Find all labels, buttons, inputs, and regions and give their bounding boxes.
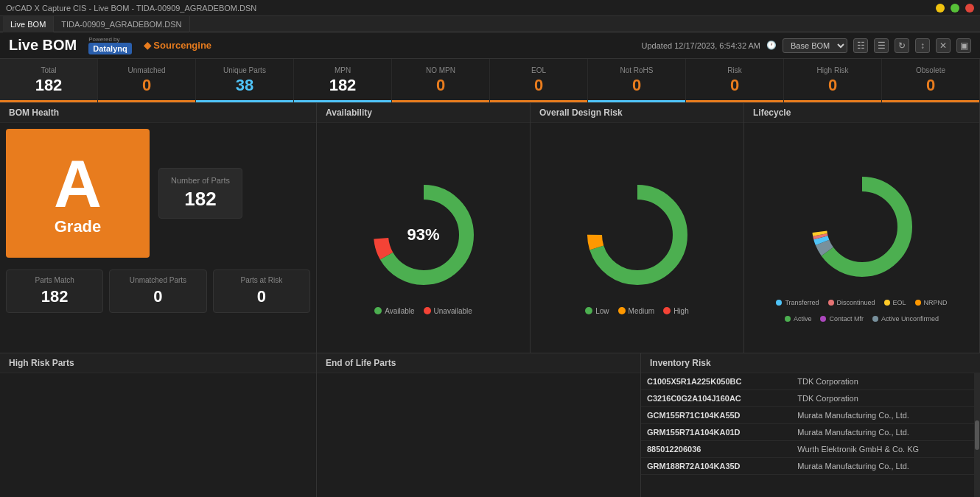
stat-value-3: 182 [329, 76, 357, 95]
table-row[interactable]: GRM155R71A104KA01DMurata Manufacturing C… [641, 424, 980, 441]
list-view-button[interactable]: ☰ [874, 38, 889, 53]
stat-item-no-mpn[interactable]: NO MPN0 [392, 59, 490, 102]
nrpnd-dot [915, 300, 921, 306]
stat-value-4: 0 [436, 76, 445, 95]
eol-panel: End of Life Parts [317, 353, 641, 497]
minimize-button[interactable] [936, 4, 945, 13]
table-row[interactable]: 885012206036Wurth Elektronik GmbH & Co. … [641, 441, 980, 458]
stat-item-not-rohs[interactable]: Not RoHS0 [588, 59, 686, 102]
legend-high: High [663, 307, 689, 315]
grade-row: A Grade Number of Parts 182 [6, 129, 310, 258]
parts-match-value: 182 [14, 287, 95, 306]
lifecycle-body: Transferred Discontinued EOL NRPND [744, 123, 979, 353]
legend-available: Available [374, 307, 414, 315]
parts-match-label: Parts Match [14, 276, 95, 284]
header-right: Updated 12/17/2023, 6:54:32 AM 🕐 Base BO… [642, 38, 971, 53]
mpn-cell: GCM155R71C104KA55D [641, 407, 791, 424]
datalynq-logo-area: Powered by Datalynq [88, 36, 131, 54]
manufacturer-cell: Murata Manufacturing Co., Ltd. [791, 407, 980, 424]
risk-body: Low Medium High [531, 123, 743, 353]
parts-at-risk-box: Parts at Risk 0 [213, 269, 310, 313]
manufacturer-cell: Murata Manufacturing Co., Ltd. [791, 424, 980, 441]
inventory-header: Inventory Risk [641, 353, 980, 373]
grid-view-button[interactable]: ☷ [853, 38, 868, 53]
parts-at-risk-label: Parts at Risk [221, 276, 302, 284]
eol-body [317, 373, 640, 497]
number-of-parts-label: Number of Parts [171, 176, 230, 185]
unmatched-parts-label: Unmatched Parts [117, 276, 198, 284]
number-of-parts-value: 182 [171, 188, 230, 211]
bottom-panels: High Risk Parts End of Life Parts Invent… [0, 353, 980, 497]
stat-label-7: Risk [727, 66, 741, 74]
high-risk-header: High Risk Parts [0, 353, 316, 373]
high-risk-panel: High Risk Parts [0, 353, 317, 497]
stat-value-8: 0 [828, 76, 837, 95]
stat-item-eol[interactable]: EOL0 [490, 59, 588, 102]
parts-count-box: Number of Parts 182 [158, 168, 242, 219]
expand-button[interactable]: ↕ [915, 38, 930, 53]
availability-percent-label: 93% [407, 225, 439, 244]
title-bar-controls [936, 4, 974, 13]
inventory-panel: Inventory Risk C1005X5R1A225K050BCTDK Co… [641, 353, 980, 497]
stat-item-risk[interactable]: Risk0 [686, 59, 784, 102]
transferred-label: Transferred [785, 299, 819, 306]
stat-item-mpn[interactable]: MPN182 [294, 59, 392, 102]
risk-header: Overall Design Risk [531, 103, 743, 123]
table-row[interactable]: GCM155R71C104KA55DMurata Manufacturing C… [641, 407, 980, 424]
high-label: High [673, 307, 689, 315]
unavailable-dot [424, 307, 431, 314]
stat-value-9: 0 [926, 76, 935, 95]
close-button[interactable] [965, 4, 974, 13]
table-row[interactable]: GRM188R72A104KA35DMurata Manufacturing C… [641, 458, 980, 475]
unmatched-parts-box: Unmatched Parts 0 [109, 269, 206, 313]
stat-label-8: High Risk [817, 66, 849, 74]
base-bom-select[interactable]: Base BOM [783, 38, 847, 53]
stat-label-3: MPN [335, 66, 351, 74]
title-bar-text: OrCAD X Capture CIS - Live BOM - TIDA-00… [6, 4, 936, 13]
stat-item-unique-parts[interactable]: Unique Parts38 [196, 59, 294, 102]
high-risk-body [0, 373, 316, 497]
legend-eol: EOL [884, 299, 906, 306]
sourceengine-logo-area: ◆ Sourcengine [144, 40, 211, 51]
contact-mfr-dot [820, 316, 826, 322]
lifecycle-chart-svg [803, 168, 921, 286]
grade-letter: A [54, 151, 102, 217]
inventory-table: C1005X5R1A225K050BCTDK CorporationC3216C… [641, 373, 980, 475]
legend-unavailable: Unavailable [424, 307, 472, 315]
stat-item-total[interactable]: Total182 [0, 59, 98, 102]
tab-schematic[interactable]: TIDA-00909_AGRADEBOM.DSN [54, 16, 189, 32]
fullscreen-button[interactable]: ▣ [956, 38, 971, 53]
inventory-scroll[interactable]: C1005X5R1A225K050BCTDK CorporationC3216C… [641, 373, 980, 497]
stat-item-high-risk[interactable]: High Risk0 [784, 59, 882, 102]
mpn-cell: GRM188R72A104KA35D [641, 458, 791, 475]
high-dot [663, 307, 671, 314]
legend-active: Active [785, 315, 812, 322]
active-unconfirmed-dot [872, 316, 878, 322]
unmatched-parts-value: 0 [117, 287, 198, 306]
maximize-button[interactable] [951, 4, 959, 13]
availability-donut: 93% [365, 176, 483, 294]
scrollbar[interactable] [974, 373, 980, 497]
legend-transferred: Transferred [776, 299, 819, 306]
table-row[interactable]: C3216C0G2A104J160ACTDK Corporation [641, 390, 980, 407]
availability-legend: Available Unavailable [374, 307, 472, 315]
stat-item-unmatched[interactable]: Unmatched0 [98, 59, 196, 102]
tab-live-bom[interactable]: Live BOM [3, 16, 54, 32]
settings-button[interactable]: ✕ [936, 38, 951, 53]
lifecycle-panel: Lifecycle [744, 103, 980, 353]
refresh-button[interactable]: ↻ [895, 38, 909, 53]
tab-bar: Live BOM TIDA-00909_AGRADEBOM.DSN [0, 16, 980, 32]
legend-nrpnd: NRPND [915, 299, 948, 306]
stat-value-1: 0 [142, 76, 151, 95]
low-dot [585, 307, 592, 314]
active-unconfirmed-label: Active Unconfirmed [881, 315, 939, 322]
stat-value-2: 38 [236, 76, 253, 95]
table-row[interactable]: C1005X5R1A225K050BCTDK Corporation [641, 373, 980, 390]
stat-item-obsolete[interactable]: Obsolete0 [882, 59, 980, 102]
contact-mfr-label: Contact Mfr [829, 315, 864, 322]
legend-medium: Medium [618, 307, 655, 315]
metrics-row: Parts Match 182 Unmatched Parts 0 Parts … [6, 269, 310, 313]
stat-label-1: Unmatched [127, 66, 165, 74]
available-label: Available [385, 307, 414, 315]
bom-health-body: A Grade Number of Parts 182 Parts Match … [0, 123, 316, 319]
